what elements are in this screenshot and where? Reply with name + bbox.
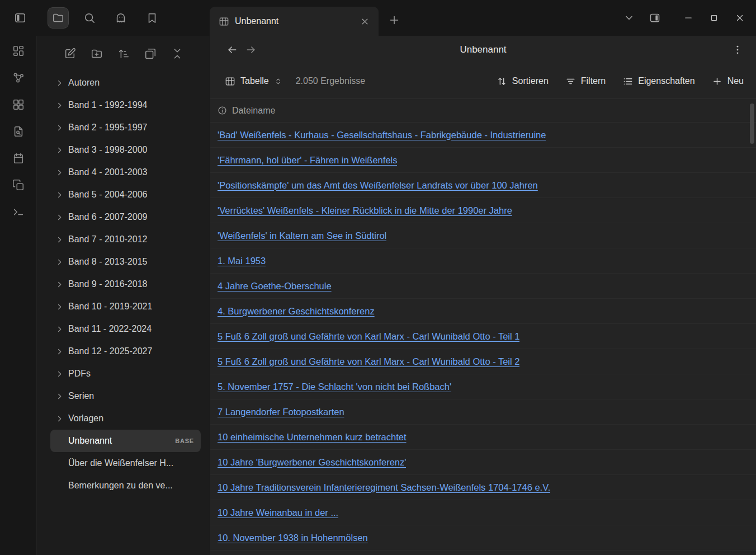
new-label: Neu	[727, 76, 744, 86]
sidebar-toggle-button[interactable]	[10, 8, 30, 28]
file-search-button[interactable]	[9, 122, 28, 141]
chevron-right-icon	[55, 145, 64, 155]
file-link[interactable]: 10 Jahre 'Burgwerbener Geschichtskonfere…	[218, 457, 406, 468]
file-link[interactable]: 'Weißenfels' in Kaltern am See in Südtir…	[218, 231, 386, 241]
chevron-right-icon	[55, 324, 64, 334]
file-link[interactable]: 10 Jahre Weinanbau in der ...	[218, 507, 338, 518]
sidebar-item[interactable]: Bemerkungen zu den ve...	[50, 474, 201, 497]
table-row: 10 Jahre 'Burgwerbener Geschichtskonfere…	[210, 450, 756, 475]
file-tree: AutorenBand 1 - 1992-1994Band 2 - 1995-1…	[37, 72, 210, 555]
sidebar-item[interactable]: Vorlagen	[50, 407, 201, 430]
sidebar-item[interactable]: UnbenanntBASE	[50, 430, 201, 452]
sidebar-item-label: Über die Weißenfelser H...	[68, 458, 194, 468]
calendar-button[interactable]	[9, 149, 28, 168]
more-options-button[interactable]	[728, 40, 747, 59]
filter-icon	[565, 76, 576, 87]
sort-order-button[interactable]	[114, 44, 134, 64]
close-window-button[interactable]	[727, 6, 753, 30]
file-link[interactable]: 7 Langendorfer Fotopostkarten	[218, 407, 344, 417]
file-link[interactable]: 10. November 1938 in Hohenmölsen	[218, 533, 368, 543]
search-button[interactable]	[79, 8, 100, 28]
terminal-button[interactable]	[9, 203, 28, 222]
sidebar-item[interactable]: PDFs	[50, 363, 201, 385]
view-type-dropdown[interactable]: Tabelle	[220, 72, 287, 91]
new-tab-button[interactable]	[385, 11, 403, 29]
sidebar-item[interactable]: Band 11 - 2022-2024	[50, 318, 201, 340]
file-link[interactable]: 'Positionskämpfe' um das Amt des Weißenf…	[218, 180, 538, 191]
sidebar-item[interactable]: Autoren	[50, 72, 201, 94]
stacked-panels-button[interactable]	[140, 44, 160, 64]
titlebar: Unbenannt	[0, 0, 756, 36]
sidebar-item[interactable]: Band 7 - 2010-2012	[50, 228, 201, 251]
file-link[interactable]: 'Fährmann, hol über' - Fähren in Weißenf…	[218, 155, 397, 166]
file-link[interactable]: 4 Jahre Goethe-Oberschule	[218, 281, 332, 291]
maximize-button[interactable]	[701, 6, 727, 30]
titlebar-left	[0, 0, 210, 36]
panel-left-icon	[14, 12, 26, 24]
files-button[interactable]	[48, 8, 68, 28]
toolbar-actions: Sortieren Filtern	[497, 76, 744, 87]
file-link[interactable]: 5 Fuß 6 Zoll groß und Gefährte von Karl …	[218, 331, 519, 342]
file-link[interactable]: 5 Fuß 6 Zoll groß und Gefährte von Karl …	[218, 356, 519, 367]
sidebar-item[interactable]: Band 3 - 1998-2000	[50, 139, 201, 161]
ribbon	[0, 36, 36, 555]
tab-list-button[interactable]	[616, 6, 642, 30]
graph-button[interactable]	[9, 68, 28, 87]
file-link[interactable]: 4. Burgwerbener Geschichtskonferenz	[218, 306, 375, 317]
scrollbar-thumb[interactable]	[750, 104, 754, 144]
layout-dashboard-button[interactable]	[9, 41, 28, 60]
properties-button[interactable]: Eigenschaften	[622, 76, 694, 87]
sidebar-item[interactable]: Über die Weißenfelser H...	[50, 452, 201, 474]
sidebar-item-label: Band 2 - 1995-1997	[68, 123, 194, 133]
file-link[interactable]: 1. Mai 1953	[218, 256, 266, 266]
sidebar-item[interactable]: Band 12 - 2025-2027	[50, 340, 201, 363]
new-note-button[interactable]	[60, 44, 80, 64]
table-header[interactable]: Dateiname	[210, 99, 756, 123]
file-link[interactable]: 5. November 1757 - Die Schlacht 'von nic…	[218, 382, 451, 392]
sidebar-item-label: Band 3 - 1998-2000	[68, 145, 194, 155]
sidebar-item-label: Band 10 - 2019-2021	[68, 302, 194, 312]
table-row: 10 Jahre Weinanbau in der ...	[210, 500, 756, 525]
sort-button[interactable]: Sortieren	[497, 76, 549, 87]
file-link[interactable]: 'Verrücktes' Weißenfels - Kleiner Rückbl…	[218, 205, 512, 216]
ghost-button[interactable]	[111, 8, 131, 28]
table-icon	[219, 16, 229, 27]
more-vertical-icon	[732, 44, 743, 55]
tab-unbenannt[interactable]: Unbenannt	[210, 7, 379, 36]
copy-button[interactable]	[9, 176, 28, 195]
back-button[interactable]	[223, 40, 242, 59]
forward-button[interactable]	[242, 40, 261, 59]
collapse-all-button[interactable]	[167, 44, 187, 64]
sidebar-item-label: Bemerkungen zu den ve...	[68, 481, 194, 491]
cards-button[interactable]	[9, 95, 28, 114]
sidebar-item[interactable]: Band 4 - 2001-2003	[50, 161, 201, 184]
file-link[interactable]: 10 Jahre Traditionsverein Infanterieregi…	[218, 482, 550, 493]
new-folder-button[interactable]	[87, 44, 107, 64]
filter-button[interactable]: Filtern	[565, 76, 606, 87]
info-icon	[218, 106, 227, 115]
right-sidebar-toggle-button[interactable]	[642, 6, 668, 30]
file-link[interactable]: 10 einheimische Unternehmen kurz betrach…	[218, 432, 407, 443]
sidebar-item-label: Band 4 - 2001-2003	[68, 167, 194, 177]
sidebar-item[interactable]: Band 1 - 1992-1994	[50, 94, 201, 116]
chevron-right-icon	[55, 280, 64, 289]
new-folder-icon	[91, 48, 103, 60]
minimize-button[interactable]	[675, 6, 701, 30]
sidebar-item-label: Band 1 - 1992-1994	[68, 100, 194, 110]
table-row: 5 Fuß 6 Zoll groß und Gefährte von Karl …	[210, 324, 756, 349]
sidebar-item[interactable]: Serien	[50, 385, 201, 407]
app-body: AutorenBand 1 - 1992-1994Band 2 - 1995-1…	[0, 36, 756, 555]
sidebar-item[interactable]: Band 10 - 2019-2021	[50, 295, 201, 318]
bookmark-button[interactable]	[142, 8, 162, 28]
sidebar-item[interactable]: Band 8 - 2013-2015	[50, 251, 201, 273]
file-link[interactable]: 'Bad' Weißenfels - Kurhaus - Gesellschaf…	[218, 130, 546, 140]
sidebar-item[interactable]: Band 6 - 2007-2009	[50, 206, 201, 228]
table-row: 'Positionskämpfe' um das Amt des Weißenf…	[210, 173, 756, 198]
sidebar-item[interactable]: Band 9 - 2016-2018	[50, 273, 201, 295]
sidebar-item[interactable]: Band 2 - 1995-1997	[50, 116, 201, 139]
table-row: 'Weißenfels' in Kaltern am See in Südtir…	[210, 223, 756, 248]
sidebar-item[interactable]: Band 5 - 2004-2006	[50, 184, 201, 206]
new-entry-button[interactable]: Neu	[712, 76, 744, 87]
tab-close-button[interactable]	[356, 13, 373, 30]
view-title: Unbenannt	[210, 44, 756, 55]
